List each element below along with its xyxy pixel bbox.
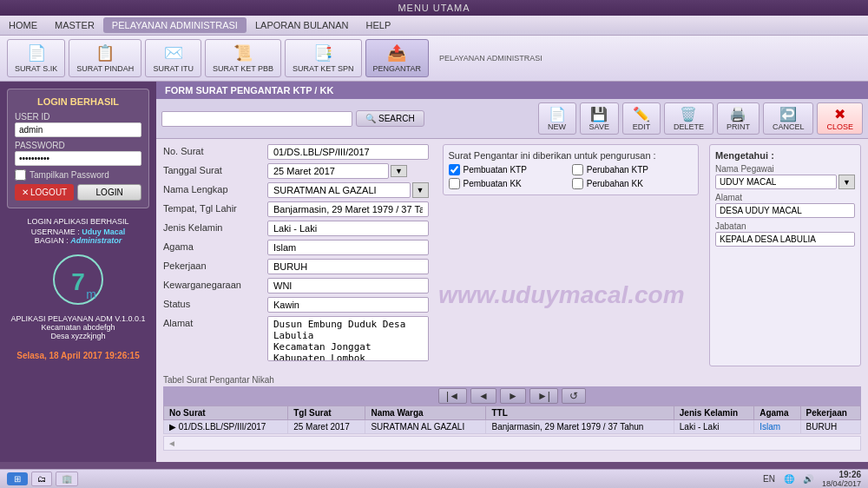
- agama-value: [267, 240, 429, 255]
- delete-button[interactable]: 🗑️ DELETE: [664, 102, 713, 135]
- volume-icon: 🔊: [803, 474, 813, 484]
- taskbar-app[interactable]: 🏢: [56, 472, 78, 486]
- login-button[interactable]: LOGIN: [77, 184, 141, 201]
- nav-last-button[interactable]: ►|: [529, 388, 558, 404]
- clock-display: 19:26 18/04/2017: [822, 470, 861, 488]
- agama-input[interactable]: [267, 240, 429, 255]
- menu-master[interactable]: MASTER: [46, 17, 103, 33]
- col-no-surat: No Surat: [164, 406, 288, 420]
- new-button[interactable]: 📄 NEW: [538, 102, 576, 135]
- delete-icon: 🗑️: [680, 106, 697, 122]
- close-button[interactable]: ✖ CLOSE: [817, 102, 863, 135]
- edit-button[interactable]: ✏️ EDIT: [622, 102, 661, 135]
- nama-lengkap-picker[interactable]: ▼: [412, 182, 429, 198]
- menu-laporan[interactable]: LAPORAN BULANAN: [247, 17, 358, 33]
- surat-pindah-icon: 📋: [95, 43, 115, 63]
- pengantar-icon: 📤: [387, 43, 406, 63]
- search-icon: 🔍: [365, 114, 376, 123]
- surat-itu-icon: ✉️: [164, 43, 183, 63]
- print-button[interactable]: 🖨️ PRINT: [717, 102, 760, 135]
- username-value: Uduy Macal: [82, 228, 125, 236]
- pembuatan-ktp-checkbox[interactable]: [449, 164, 460, 175]
- toolbar-surat-itu[interactable]: ✉️ SURAT ITU: [145, 39, 201, 77]
- status-input[interactable]: [267, 297, 429, 313]
- status-value: [267, 297, 429, 313]
- show-password-toggle[interactable]: [15, 169, 26, 181]
- menu-pelayanan[interactable]: PELAYANAN ADMINISTRASI: [103, 17, 247, 33]
- userid-label: USER ID: [15, 112, 141, 122]
- login-box: LOGIN BERHASIL USER ID PASSWORD Tampilka…: [7, 89, 149, 208]
- purpose-pembuatan-ktp: Pembuatan KTP: [449, 164, 569, 175]
- surat-ket-pbb-icon: 📜: [233, 43, 253, 63]
- userid-input[interactable]: [15, 122, 141, 137]
- userid-field: USER ID: [15, 112, 141, 137]
- nama-lengkap-input[interactable]: [267, 182, 411, 198]
- start-button[interactable]: ⊞: [7, 472, 28, 485]
- nav-refresh-button[interactable]: ↺: [562, 388, 586, 404]
- table-scroll-bar[interactable]: ◄: [163, 436, 861, 451]
- right-alamat-input[interactable]: [715, 203, 855, 218]
- alamat-label: Alamat: [163, 316, 267, 328]
- perubahan-kk-label: Perubahan KK: [587, 179, 643, 188]
- save-icon: 💾: [590, 106, 608, 122]
- tanggal-surat-picker[interactable]: ▼: [391, 165, 407, 177]
- main-toolbar: 📄 SURAT S.IK 📋 SURAT PINDAH ✉️ SURAT ITU…: [0, 36, 868, 82]
- jenis-kelamin-input[interactable]: [267, 221, 429, 236]
- row-jenis-kelamin: Laki - Laki: [674, 420, 753, 434]
- nama-pegawai-input[interactable]: [715, 175, 837, 189]
- toolbar-surat-ket-spn[interactable]: 📑 SURAT KET SPN: [285, 39, 362, 77]
- nama-pegawai-label: Nama Pegawai: [715, 164, 855, 174]
- toolbar-pengantar[interactable]: 📤 PENGANTAR: [365, 39, 429, 77]
- taskbar-explorer[interactable]: 🗂: [31, 472, 52, 486]
- form-content: www.uduymacal.com No. Surat Tanggal Sura…: [156, 139, 868, 451]
- search-button[interactable]: 🔍 SEARCH: [356, 110, 424, 127]
- perubahan-kk-checkbox[interactable]: [572, 178, 583, 189]
- save-button[interactable]: 💾 SAVE: [580, 102, 619, 135]
- print-icon: 🖨️: [729, 106, 746, 122]
- surat-ket-spn-icon: 📑: [313, 43, 332, 63]
- kewarganegaraan-input[interactable]: [267, 278, 429, 293]
- table-section: Tabel Surat Pengantar Nikah |◄ ◄ ► ►| ↺ …: [163, 375, 861, 451]
- no-surat-row: No. Surat: [163, 144, 429, 160]
- pekerjaan-label: Pekerjaan: [163, 259, 267, 271]
- taskbar: ⊞ 🗂 🏢: [7, 472, 78, 486]
- search-input[interactable]: [161, 111, 352, 127]
- alamat-input[interactable]: Dusun Embung Duduk Desa Labulia Kecamata…: [267, 316, 429, 361]
- jenis-kelamin-row: Jenis Kelamin: [163, 221, 429, 236]
- nama-lengkap-label: Nama Lengkap: [163, 182, 267, 195]
- nav-prev-button[interactable]: ◄: [470, 388, 496, 404]
- perubahan-ktp-checkbox[interactable]: [572, 164, 583, 175]
- password-label: PASSWORD: [15, 141, 141, 150]
- login-success-label: LOGIN APLIKASI BERHASIL USERNAME : Uduy …: [7, 217, 149, 245]
- no-surat-input[interactable]: [267, 144, 429, 160]
- cancel-button[interactable]: ↩️ CANCEL: [763, 102, 814, 135]
- logout-x-icon: ✕: [22, 188, 29, 197]
- password-input[interactable]: [15, 151, 141, 166]
- table-nav-bar: |◄ ◄ ► ►| ↺: [163, 386, 861, 406]
- logout-button[interactable]: ✕ LOGOUT: [15, 184, 74, 201]
- pembuatan-kk-checkbox[interactable]: [449, 178, 460, 189]
- pembuatan-ktp-label: Pembuatan KTP: [464, 165, 527, 175]
- tempat-tgl-lahir-input[interactable]: [267, 201, 429, 217]
- svg-text:m: m: [86, 287, 96, 301]
- tanggal-surat-input[interactable]: [267, 163, 389, 179]
- table-row[interactable]: ▶ 01/DS.LBL/SP/III/2017 25 Maret 2017 SU…: [164, 420, 861, 434]
- row-indicator: ▶ 01/DS.LBL/SP/III/2017: [164, 420, 288, 434]
- status-bar: ⊞ 🗂 🏢 EN 🌐 🔊 19:26 18/04/2017: [0, 469, 868, 488]
- jabatan-input[interactable]: [715, 232, 855, 247]
- menu-help[interactable]: HELP: [358, 17, 400, 33]
- toolbar-surat-ket-pbb[interactable]: 📜 SURAT KET PBB: [205, 39, 281, 77]
- toolbar-surat-pindah[interactable]: 📋 SURAT PINDAH: [69, 39, 141, 77]
- toolbar-surat-sik[interactable]: 📄 SURAT S.IK: [7, 39, 65, 77]
- nama-pegawai-picker[interactable]: ▼: [838, 175, 855, 189]
- pekerjaan-input[interactable]: [267, 259, 429, 274]
- language-indicator: EN: [763, 474, 775, 484]
- row-nama-warga: SURATMAN AL GAZALI: [365, 420, 486, 434]
- menu-home[interactable]: HOME: [0, 17, 46, 33]
- date-display: 18/04/2017: [822, 479, 861, 488]
- purpose-grid: Pembuatan KTP Perubahan KTP Pembuatan KK: [449, 164, 694, 189]
- alamat-row: Alamat Dusun Embung Duduk Desa Labulia K…: [163, 316, 429, 363]
- app-logo: 7 m: [7, 254, 149, 306]
- nav-first-button[interactable]: |◄: [438, 388, 467, 404]
- nav-next-button[interactable]: ►: [500, 388, 526, 404]
